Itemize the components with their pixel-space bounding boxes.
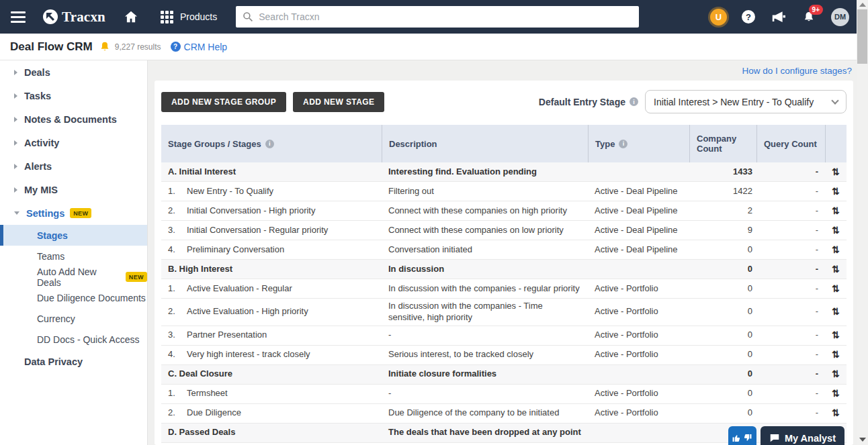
default-entry-stage-group: Default Entry Stage Initial Interest > N… (539, 90, 847, 113)
scroll-up-arrow-icon[interactable] (859, 3, 866, 7)
stage-row[interactable]: 3.Partner Presentation-Active - Portfoli… (161, 326, 847, 346)
reorder-cell (825, 407, 847, 419)
sidebar-item-label: Settings (26, 208, 64, 219)
info-icon[interactable] (265, 140, 274, 148)
reorder-icon[interactable] (832, 306, 840, 317)
sidebar-item-my-mis[interactable]: My MIS (0, 178, 147, 201)
description-cell: Conversation initiated (382, 242, 588, 258)
reorder-icon[interactable] (832, 368, 840, 379)
stage-group-row[interactable]: C. Deal ClosureInitiate closure formalit… (161, 365, 847, 385)
sidebar-subitem-currency[interactable]: Currency (0, 308, 147, 329)
stage-row[interactable]: 4.Very high interest - track closelySeri… (161, 346, 847, 365)
reorder-icon[interactable] (832, 349, 840, 360)
info-icon[interactable] (630, 97, 638, 106)
sidebar-item-alerts[interactable]: Alerts (0, 154, 147, 178)
column-header-label: Type (595, 139, 615, 149)
type-cell: Active - Deal Pipeline (588, 203, 689, 219)
top-navbar: Tracxn Products U ? 9+ DM (0, 0, 868, 34)
column-header-description[interactable]: Description (382, 125, 588, 162)
sidebar-item-tasks[interactable]: Tasks (0, 84, 147, 107)
reorder-icon[interactable] (832, 264, 840, 275)
my-analyst-button[interactable]: My Analyst (761, 426, 844, 445)
column-header-stage-groups-stages[interactable]: Stage Groups / Stages (161, 125, 382, 162)
info-icon[interactable] (619, 140, 627, 148)
sidebar-subitem-stages[interactable]: Stages (0, 225, 147, 246)
stage-name: C. Deal Closure (168, 368, 232, 380)
sidebar: DealsTasksNotes & DocumentsActivityAlert… (0, 60, 148, 445)
search-input[interactable] (259, 11, 632, 22)
default-entry-stage-dropdown[interactable]: Initial Interest > New Entry - To Qualif… (645, 90, 847, 113)
home-icon[interactable] (124, 11, 138, 23)
scroll-down-arrow-icon[interactable] (859, 438, 866, 442)
sidebar-item-settings[interactable]: SettingsNEW (0, 201, 147, 225)
sidebar-subitem-auto-add-new-deals[interactable]: Auto Add New DealsNEW (0, 266, 147, 287)
stage-row[interactable]: 1.New Entry - To QualifyFiltering outAct… (161, 182, 847, 201)
notifications-bell[interactable]: 9+ (803, 11, 815, 23)
hamburger-menu-icon[interactable] (11, 9, 26, 26)
products-menu[interactable]: Products (161, 11, 217, 23)
stage-group-row[interactable]: B. High InterestIn discussion0- (161, 260, 847, 279)
type-cell: Active - Portfolio (588, 347, 689, 362)
type-cell: Active - Portfolio (588, 304, 689, 319)
stage-number: 1. (168, 388, 187, 399)
reorder-icon[interactable] (832, 330, 840, 340)
stage-row[interactable]: 1.Active Evaluation - RegularIn discussi… (161, 279, 847, 299)
stage-number: 2. (168, 306, 187, 317)
reorder-cell (825, 205, 847, 217)
reorder-icon[interactable] (832, 388, 840, 399)
stage-row[interactable]: 2.Active Evaluation - High priorityIn di… (161, 299, 847, 326)
global-search[interactable] (236, 6, 639, 28)
help-icon[interactable]: ? (742, 10, 755, 23)
reorder-icon[interactable] (832, 205, 840, 216)
sidebar-subitem-label: Stages (37, 230, 68, 241)
reorder-icon[interactable] (832, 166, 840, 177)
chevron-right-icon (14, 164, 17, 169)
stage-row[interactable]: 1.Termsheet-Active - Portfolio0- (161, 385, 847, 404)
chevron-right-icon (14, 187, 17, 193)
stage-name: Initial Conversation - High priority (187, 205, 315, 217)
stage-number: 2. (168, 205, 187, 217)
type-cell: Active - Deal Pipeline (588, 184, 689, 199)
stage-row[interactable]: 3.Initial Conversation - Regular priorit… (161, 221, 847, 240)
reorder-icon[interactable] (832, 407, 840, 418)
stage-name-cell: 2.Initial Conversation - High priority (161, 203, 382, 219)
reorder-icon[interactable] (832, 225, 840, 236)
description-cell: Interesting find. Evaluation pending (382, 164, 588, 180)
type-cell: Active - Portfolio (588, 405, 689, 421)
feedback-button[interactable] (728, 426, 756, 445)
column-header-query-count[interactable]: Query Count (756, 125, 825, 162)
scrollbar-thumb[interactable] (857, 9, 867, 64)
tracxn-logo[interactable]: Tracxn (43, 9, 105, 26)
sidebar-item-deals[interactable]: Deals (0, 60, 147, 84)
reorder-icon[interactable] (832, 283, 840, 294)
navbar-right-icons: U ? 9+ DM (710, 8, 849, 26)
stage-row[interactable]: 2.Initial Conversation - High priorityCo… (161, 201, 847, 221)
column-header-label: Query Count (764, 139, 817, 149)
user-avatar[interactable]: U (710, 9, 727, 26)
add-new-stage-group-button[interactable]: ADD NEW STAGE GROUP (161, 92, 286, 112)
crm-help-link[interactable]: ? CRM Help (171, 42, 228, 52)
type-cell (588, 267, 689, 271)
sidebar-item-data-privacy[interactable]: Data Privacy (0, 350, 147, 373)
reorder-icon[interactable] (832, 186, 840, 197)
reorder-icon[interactable] (832, 244, 840, 255)
sidebar-subitem-due-diligence-documents[interactable]: Due Diligence Documents (0, 287, 147, 308)
column-header-company-count[interactable]: Company Count (689, 125, 756, 162)
chevron-right-icon (14, 70, 17, 75)
add-new-stage-button[interactable]: ADD NEW STAGE (293, 92, 384, 112)
profile-avatar[interactable]: DM (831, 8, 849, 26)
sidebar-item-notes-documents[interactable]: Notes & Documents (0, 107, 147, 131)
company-count-cell: 1422 (689, 184, 756, 199)
sidebar-item-activity[interactable]: Activity (0, 131, 147, 154)
stage-group-row[interactable]: A. Initial InterestInteresting find. Eva… (161, 162, 847, 182)
stage-row[interactable]: 2.Due DiligenceDue Diligence of the comp… (161, 404, 847, 424)
configure-stages-link[interactable]: How do I configure stages? (742, 66, 852, 76)
announcements-icon[interactable] (771, 11, 785, 23)
crm-bell-icon[interactable] (99, 41, 110, 52)
column-header-type[interactable]: Type (588, 125, 689, 162)
sidebar-subitem-teams[interactable]: Teams (0, 246, 147, 266)
sidebar-subitem-dd-docs-quick-access[interactable]: DD Docs - Quick Access (0, 329, 147, 350)
stage-row[interactable]: 4.Preliminary ConversationConversation i… (161, 240, 847, 260)
vertical-scrollbar[interactable] (857, 0, 868, 445)
sidebar-subitem-label: DD Docs - Quick Access (37, 334, 139, 345)
